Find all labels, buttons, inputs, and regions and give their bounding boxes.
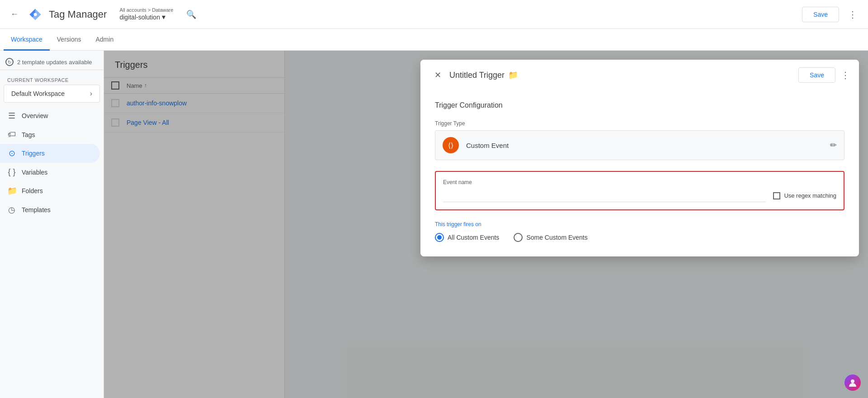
current-workspace-label: CURRENT WORKSPACE: [0, 74, 104, 85]
overview-icon: ☰: [7, 111, 16, 121]
save-button[interactable]: Save: [802, 7, 839, 22]
sidebar: ↻ 2 template updates available CURRENT W…: [0, 51, 104, 398]
account-path: All accounts > Dataware digital-solution…: [119, 7, 173, 21]
sidebar-item-folders[interactable]: 📁 Folders: [0, 181, 100, 200]
modal-body: Trigger Configuration Trigger Type ⟨⟩ Cu…: [420, 90, 859, 256]
top-bar-right: Save ⋮: [802, 6, 861, 23]
nav-tabs: Workspace Versions Admin: [0, 29, 868, 51]
workspace-selector[interactable]: Default Workspace ›: [4, 85, 100, 103]
radio-inner-selected: [437, 235, 442, 240]
radio-label-all: All Custom Events: [448, 234, 499, 241]
sidebar-item-label-folders: Folders: [22, 187, 43, 194]
regex-checkbox-row: Use regex matching: [773, 192, 836, 199]
sidebar-item-label-variables: Variables: [22, 169, 47, 176]
tab-versions[interactable]: Versions: [50, 29, 89, 51]
modal-more-icon[interactable]: ⋮: [841, 70, 850, 81]
radio-all-custom-events[interactable]: All Custom Events: [435, 233, 499, 242]
templates-icon: ◷: [7, 205, 16, 215]
back-button[interactable]: ←: [7, 7, 22, 22]
update-banner-text: 2 template updates available: [17, 59, 92, 66]
modal-folder-icon[interactable]: 📁: [508, 70, 518, 80]
sidebar-item-label-triggers: Triggers: [22, 150, 45, 157]
fires-on-label: This trigger fires on: [435, 221, 844, 227]
radio-some-custom-events[interactable]: Some Custom Events: [514, 233, 587, 242]
event-name-label: Event name: [443, 179, 836, 185]
radio-group: All Custom Events Some Custom Events: [435, 233, 844, 242]
modal-overlay: ✕ Untitled Trigger 📁 Save ⋮ Trigger Conf…: [104, 51, 868, 398]
user-avatar[interactable]: [844, 374, 861, 391]
app-name: Tag Manager: [49, 9, 107, 20]
custom-event-icon: ⟨⟩: [443, 137, 459, 153]
variables-icon: { }: [7, 167, 16, 177]
svg-point-1: [33, 13, 37, 16]
folders-icon: 📁: [7, 186, 16, 196]
svg-point-2: [851, 379, 854, 383]
triggers-icon: ⊙: [7, 148, 16, 158]
section-title: Trigger Configuration: [435, 101, 844, 109]
account-path-top: All accounts > Dataware: [119, 7, 173, 13]
sidebar-item-label-templates: Templates: [22, 206, 51, 213]
event-name-row: Use regex matching: [443, 189, 836, 202]
modal-header: ✕ Untitled Trigger 📁 Save ⋮: [420, 60, 859, 90]
more-menu-icon[interactable]: ⋮: [844, 6, 861, 23]
trigger-type-label: Trigger Type: [435, 120, 844, 127]
sidebar-item-triggers[interactable]: ⊙ Triggers: [0, 144, 100, 163]
update-circle-icon: ↻: [5, 58, 14, 66]
tab-workspace[interactable]: Workspace: [4, 29, 50, 51]
sidebar-item-label-overview: Overview: [22, 112, 48, 119]
main-layout: ↻ 2 template updates available CURRENT W…: [0, 51, 868, 398]
tab-admin[interactable]: Admin: [88, 29, 121, 51]
modal-close-button[interactable]: ✕: [429, 67, 446, 83]
workspace-name: Default Workspace: [11, 90, 65, 97]
sidebar-item-templates[interactable]: ◷ Templates: [0, 200, 100, 219]
radio-outer-selected[interactable]: [435, 233, 444, 242]
tags-icon: 🏷: [7, 130, 16, 139]
sidebar-item-tags[interactable]: 🏷 Tags: [0, 125, 100, 144]
workspace-chevron-icon: ›: [90, 90, 92, 98]
event-name-section: Event name Use regex matching: [435, 171, 844, 210]
content-area: Triggers Name ↑ author-info-snowplow Pag…: [104, 51, 868, 398]
sidebar-item-label-tags: Tags: [22, 131, 35, 138]
content-wrapper: Triggers Name ↑ author-info-snowplow Pag…: [104, 51, 868, 398]
gtm-logo: [27, 6, 43, 23]
modal-save-button[interactable]: Save: [798, 67, 835, 83]
avatar-icon: [848, 378, 858, 388]
sidebar-item-variables[interactable]: { } Variables: [0, 163, 100, 181]
modal-title: Untitled Trigger: [449, 71, 505, 80]
trigger-type-name: Custom Event: [466, 142, 830, 149]
modal-panel: ✕ Untitled Trigger 📁 Save ⋮ Trigger Conf…: [420, 60, 859, 256]
event-name-input[interactable]: [443, 189, 766, 202]
search-button[interactable]: 🔍: [182, 5, 200, 24]
top-bar-left: ← Tag Manager All accounts > Dataware di…: [7, 5, 200, 24]
trigger-type-selector[interactable]: ⟨⟩ Custom Event ✏: [435, 130, 844, 160]
update-banner[interactable]: ↻ 2 template updates available: [0, 54, 104, 70]
edit-pencil-icon[interactable]: ✏: [830, 140, 837, 150]
regex-label: Use regex matching: [784, 192, 836, 199]
top-bar: ← Tag Manager All accounts > Dataware di…: [0, 0, 868, 29]
sidebar-nav: ☰ Overview 🏷 Tags ⊙ Triggers { } Variabl…: [0, 106, 104, 219]
modal-header-right: Save ⋮: [798, 67, 850, 83]
account-dropdown[interactable]: digital-solution ▾: [119, 13, 173, 21]
radio-label-some: Some Custom Events: [526, 234, 587, 241]
regex-checkbox[interactable]: [773, 192, 780, 199]
custom-event-icon-inner: ⟨⟩: [448, 141, 453, 150]
sidebar-item-overview[interactable]: ☰ Overview: [0, 106, 100, 125]
radio-outer-empty[interactable]: [514, 233, 523, 242]
dropdown-arrow-icon: ▾: [162, 13, 165, 21]
